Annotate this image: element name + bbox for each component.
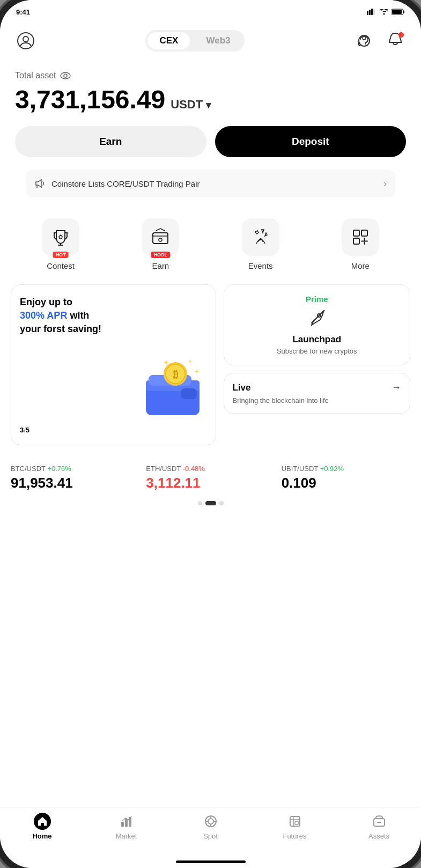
- saving-card[interactable]: Enjoy up to 300% APR with your forst sav…: [11, 284, 216, 445]
- live-desc: Bringing the blockchain into life: [233, 396, 402, 404]
- home-label: Home: [32, 832, 51, 840]
- nav-spot[interactable]: Spot: [189, 813, 232, 840]
- launchpad-desc: Subscribe for new cryptos: [233, 347, 402, 355]
- web3-tab[interactable]: Web3: [194, 32, 242, 49]
- currency-label[interactable]: USDT ▾: [171, 98, 211, 112]
- market-icon: [118, 813, 135, 830]
- ticker-section: BTC/USDT +0.76% 91,953.41 ETH/USDT -0.48…: [0, 454, 421, 497]
- svg-point-12: [61, 72, 70, 79]
- profile-icon[interactable]: [15, 30, 36, 52]
- futures-icon: [286, 813, 304, 830]
- spot-label: Spot: [203, 832, 218, 840]
- asset-section: Total asset 3,731,156.49 USDT ▾ Earn Dep…: [0, 60, 421, 170]
- home-indicator: [176, 860, 246, 863]
- announcement-bar[interactable]: Coinstore Lists CORE/USDT Trading Pair ›: [26, 170, 395, 197]
- home-bar: [0, 855, 421, 868]
- eth-price: 3,112.11: [146, 475, 268, 491]
- deposit-button[interactable]: Deposit: [215, 126, 407, 157]
- svg-rect-2: [371, 9, 373, 15]
- cards-right: Prime Launchpad Subscribe for new crypto…: [224, 284, 411, 445]
- launchpad-card[interactable]: Prime Launchpad Subscribe for new crypto…: [224, 284, 411, 365]
- bottom-nav: Home Market: [0, 807, 421, 855]
- svg-rect-17: [353, 230, 359, 236]
- nav-tab-group: CEX Web3: [145, 30, 244, 52]
- ubit-pair: UBIT/USDT +0.92%: [282, 465, 404, 473]
- dot-3: [219, 501, 224, 505]
- notification-badge: [398, 32, 404, 38]
- svg-point-4: [383, 13, 385, 15]
- svg-rect-34: [125, 819, 128, 827]
- market-label: Market: [116, 832, 137, 840]
- assets-icon: [371, 813, 388, 830]
- wallet-illustration: ₿ ✦ ✦ ✦: [141, 359, 216, 423]
- quick-action-more[interactable]: More: [336, 218, 385, 270]
- launchpad-icon: [233, 308, 402, 331]
- svg-text:₿: ₿: [173, 369, 178, 380]
- notification-icon[interactable]: [385, 30, 406, 52]
- svg-point-13: [64, 74, 67, 77]
- events-icon: [242, 218, 279, 256]
- svg-rect-6: [403, 11, 404, 13]
- nav-assets[interactable]: Assets: [358, 813, 401, 840]
- spot-icon: [202, 813, 219, 830]
- btc-pair: BTC/USDT +0.76%: [11, 465, 133, 473]
- ticker-btc[interactable]: BTC/USDT +0.76% 91,953.41: [11, 465, 139, 491]
- eth-pair: ETH/USDT -0.48%: [146, 465, 268, 473]
- svg-rect-0: [367, 11, 368, 15]
- action-buttons: Earn Deposit: [15, 126, 406, 157]
- saving-card-text: Enjoy up to 300% APR with your forst sav…: [20, 296, 207, 336]
- top-nav: CEX Web3: [0, 24, 421, 60]
- ticker-eth[interactable]: ETH/USDT -0.48% 3,112.11: [139, 465, 275, 491]
- announcement-content: Coinstore Lists CORE/USDT Trading Pair: [34, 178, 200, 189]
- assets-label: Assets: [368, 832, 389, 840]
- quick-action-contest[interactable]: HOT Contest: [36, 218, 85, 270]
- svg-rect-18: [361, 230, 367, 236]
- futures-label: Futures: [283, 832, 306, 840]
- svg-point-9: [23, 36, 28, 42]
- launchpad-title: Launchpad: [233, 334, 402, 345]
- dot-1: [198, 501, 202, 505]
- svg-rect-25: [181, 388, 197, 399]
- contest-label: Contest: [47, 261, 75, 270]
- support-icon[interactable]: [353, 30, 375, 52]
- svg-text:✦: ✦: [188, 359, 192, 364]
- earn-button[interactable]: Earn: [15, 126, 206, 157]
- nav-icons-group: [353, 30, 406, 52]
- quick-action-earn[interactable]: HODL Earn: [136, 218, 184, 270]
- btc-price: 91,953.41: [11, 475, 133, 491]
- hot-badge: HOT: [53, 252, 69, 258]
- svg-point-15: [159, 238, 162, 241]
- quick-action-events[interactable]: Events: [237, 218, 285, 270]
- svg-text:✦: ✦: [194, 368, 200, 376]
- nav-market[interactable]: Market: [105, 813, 148, 840]
- cards-section: Enjoy up to 300% APR with your forst sav…: [0, 279, 421, 454]
- more-icon: [342, 218, 379, 256]
- live-card[interactable]: Live → Bringing the blockchain into life: [224, 373, 411, 414]
- svg-rect-41: [295, 821, 298, 825]
- total-asset-label: Total asset: [15, 71, 406, 80]
- cex-tab[interactable]: CEX: [147, 32, 190, 49]
- contest-icon: HOT: [42, 218, 79, 256]
- earn-label: Earn: [152, 261, 169, 270]
- eye-icon[interactable]: [60, 71, 71, 80]
- nav-futures[interactable]: Futures: [274, 813, 316, 840]
- card-pagination: 3/5: [20, 426, 207, 434]
- nav-home[interactable]: Home: [21, 813, 64, 840]
- svg-rect-7: [392, 10, 402, 14]
- main-content: Total asset 3,731,156.49 USDT ▾ Earn Dep…: [0, 60, 421, 807]
- svg-point-8: [18, 33, 34, 49]
- announcement-chevron: ›: [383, 178, 387, 189]
- hodl-badge: HODL: [151, 252, 171, 258]
- ubit-price: 0.109: [282, 475, 404, 491]
- svg-rect-19: [353, 238, 359, 244]
- live-title: Live: [233, 382, 251, 393]
- ticker-ubit[interactable]: UBIT/USDT +0.92% 0.109: [275, 465, 410, 491]
- indicator-dots: [0, 497, 421, 512]
- svg-point-37: [208, 819, 213, 824]
- events-label: Events: [248, 261, 273, 270]
- earn-icon: HODL: [142, 218, 179, 256]
- asset-amount: 3,731,156.49 USDT ▾: [15, 85, 406, 114]
- svg-rect-3: [373, 9, 375, 15]
- quick-actions: HOT Contest HODL Earn: [0, 205, 421, 279]
- live-header: Live →: [233, 382, 402, 393]
